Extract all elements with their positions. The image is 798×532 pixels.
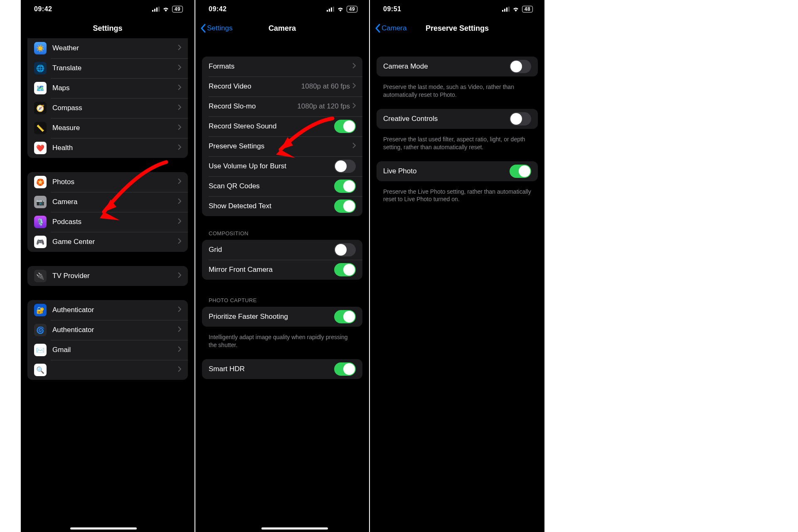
footer-creative-controls: Preserve the last used filter, aspect ra… (383, 135, 531, 151)
row-label: Smart HDR (209, 365, 334, 373)
switch-volume-burst[interactable] (334, 160, 356, 173)
row-weather[interactable]: ☀️ Weather (27, 38, 188, 58)
row-label: Preserve Settings (209, 142, 352, 150)
screenshot-settings: 09:42 49 Settings ☀️ Weather (21, 0, 195, 532)
row-record-slomo[interactable]: Record Slo-mo 1080p at 120 fps (202, 96, 362, 116)
screenshot-camera-settings: 09:42 49 Settings Camera Formats (195, 0, 370, 532)
row-tv-provider[interactable]: 🔌 TV Provider (27, 266, 188, 286)
chevron-right-icon (178, 124, 181, 132)
wifi-icon (512, 6, 520, 12)
svg-rect-0 (152, 10, 153, 12)
row-detail: 1080p at 120 fps (297, 102, 350, 111)
row-detected-text[interactable]: Show Detected Text (202, 196, 362, 216)
section-header-composition: Composition (209, 230, 356, 236)
row-label: TV Provider (52, 272, 178, 280)
svg-rect-9 (504, 9, 505, 12)
camera-group-composition: Grid Mirror Front Camera (202, 240, 362, 280)
row-live-photo[interactable]: Live Photo (377, 161, 538, 181)
switch-grid[interactable] (334, 243, 356, 256)
row-label: Weather (52, 44, 178, 52)
row-compass[interactable]: 🧭 Compass (27, 98, 188, 118)
row-prioritize-faster[interactable]: Prioritize Faster Shooting (202, 307, 362, 327)
chevron-right-icon (178, 366, 181, 374)
chevron-right-icon (178, 218, 181, 226)
preserve-group-creative-controls: Creative Controls (377, 109, 538, 129)
row-camera-mode[interactable]: Camera Mode (377, 57, 538, 76)
screenshot-preserve-settings: 09:51 48 Camera Preserve Settings Camera… (370, 0, 544, 532)
switch-mirror-front[interactable] (334, 263, 356, 276)
chevron-right-icon (178, 272, 181, 280)
row-label: Live Photo (383, 167, 510, 175)
three-screenshot-stage: 09:42 49 Settings ☀️ Weather (0, 0, 798, 532)
switch-live-photo[interactable] (510, 165, 531, 178)
switch-record-stereo[interactable] (334, 120, 356, 133)
status-bar: 09:51 48 (370, 0, 544, 18)
switch-creative-controls[interactable] (510, 112, 531, 126)
row-volume-burst[interactable]: Use Volume Up for Burst (202, 156, 362, 176)
chevron-right-icon (178, 44, 181, 52)
row-scan-qr[interactable]: Scan QR Codes (202, 176, 362, 196)
chevron-right-icon (352, 83, 356, 90)
camera-group-main: Formats Record Video 1080p at 60 fps Rec… (202, 57, 362, 216)
gmail-icon: ✉️ (34, 344, 47, 356)
footer-live-photo: Preserve the Live Photo setting, rather … (383, 188, 531, 204)
nav-header: Settings Camera (195, 18, 369, 38)
svg-rect-6 (331, 7, 332, 12)
chevron-right-icon (178, 144, 181, 152)
row-gmail[interactable]: ✉️ Gmail (27, 340, 188, 360)
chevron-right-icon (178, 64, 181, 72)
row-formats[interactable]: Formats (202, 57, 362, 76)
row-label: Game Center (52, 238, 178, 246)
switch-detected-text[interactable] (334, 200, 356, 213)
svg-rect-5 (329, 9, 330, 12)
preserve-group-camera-mode: Camera Mode (377, 57, 538, 76)
row-health[interactable]: ❤️ Health (27, 138, 188, 158)
back-button[interactable]: Camera (375, 24, 406, 33)
row-preserve-settings[interactable]: Preserve Settings (202, 136, 362, 156)
row-label: Authenticator (52, 326, 178, 334)
row-authenticator-2[interactable]: 🌀 Authenticator (27, 320, 188, 340)
nav-header: Settings (21, 18, 195, 38)
row-label: Gmail (52, 346, 178, 354)
row-podcasts[interactable]: 🎙️ Podcasts (27, 212, 188, 232)
back-button[interactable]: Settings (200, 24, 232, 33)
cellular-signal-icon (327, 6, 334, 12)
row-label: Creative Controls (383, 115, 510, 123)
camera-group-capture: Prioritize Faster Shooting (202, 307, 362, 327)
weather-icon: ☀️ (34, 42, 47, 54)
row-creative-controls[interactable]: Creative Controls (377, 109, 538, 129)
row-label: Scan QR Codes (209, 182, 334, 190)
clock: 09:42 (34, 5, 52, 13)
switch-scan-qr[interactable] (334, 180, 356, 193)
row-google-partial[interactable]: 🔍 (27, 360, 188, 380)
settings-group-media: 🏵️ Photos 📷 Camera 🎙️ Podcasts 🎮 Game C (27, 172, 188, 252)
row-record-video[interactable]: Record Video 1080p at 60 fps (202, 76, 362, 96)
switch-smart-hdr[interactable] (334, 362, 356, 376)
clock: 09:51 (383, 5, 401, 13)
row-photos[interactable]: 🏵️ Photos (27, 172, 188, 192)
chevron-right-icon (178, 178, 181, 186)
wifi-icon (337, 6, 344, 12)
row-grid[interactable]: Grid (202, 240, 362, 260)
row-label: Camera Mode (383, 62, 510, 71)
row-camera[interactable]: 📷 Camera (27, 192, 188, 212)
row-game-center[interactable]: 🎮 Game Center (27, 232, 188, 252)
switch-camera-mode[interactable] (510, 60, 531, 73)
row-measure[interactable]: 📏 Measure (27, 118, 188, 138)
chevron-right-icon (178, 104, 181, 112)
row-label: Record Slo-mo (209, 102, 297, 111)
row-maps[interactable]: 🗺️ Maps (27, 78, 188, 98)
svg-rect-4 (327, 10, 328, 12)
row-mirror-front[interactable]: Mirror Front Camera (202, 260, 362, 280)
row-authenticator-1[interactable]: 🔐 Authenticator (27, 300, 188, 320)
back-label: Camera (382, 24, 406, 32)
row-label: Mirror Front Camera (209, 266, 334, 274)
switch-prioritize-faster[interactable] (334, 310, 356, 323)
row-smart-hdr[interactable]: Smart HDR (202, 359, 362, 379)
status-bar: 09:42 49 (195, 0, 369, 18)
podcasts-icon: 🎙️ (34, 216, 47, 228)
settings-group-system-apps: ☀️ Weather 🌐 Translate 🗺️ Maps 🧭 Compass (27, 38, 188, 158)
row-translate[interactable]: 🌐 Translate (27, 58, 188, 78)
chevron-right-icon (178, 326, 181, 334)
row-record-stereo[interactable]: Record Stereo Sound (202, 116, 362, 136)
